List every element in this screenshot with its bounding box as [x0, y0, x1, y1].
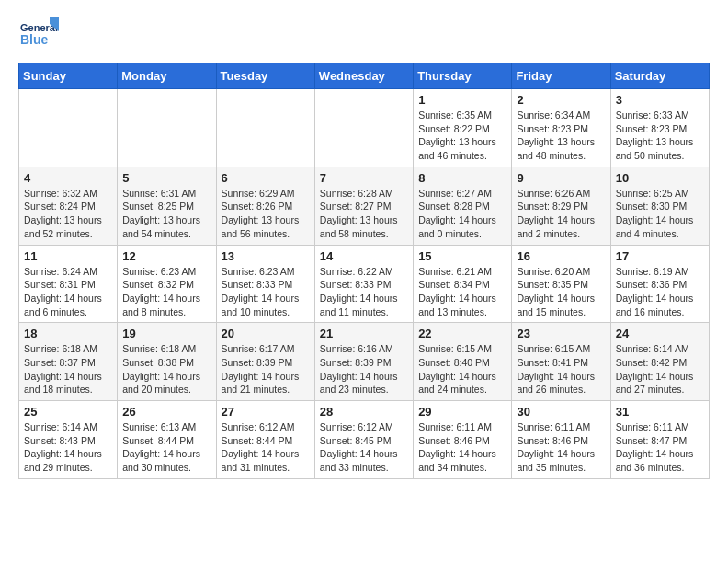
- calendar-cell: 12Sunrise: 6:23 AM Sunset: 8:32 PM Dayli…: [118, 245, 216, 323]
- calendar-cell: 29Sunrise: 6:11 AM Sunset: 8:46 PM Dayli…: [414, 401, 512, 479]
- day-of-week-sunday: Sunday: [19, 63, 118, 89]
- day-info: Sunrise: 6:16 AM Sunset: 8:39 PM Dayligh…: [320, 342, 408, 396]
- calendar-cell: 9Sunrise: 6:26 AM Sunset: 8:29 PM Daylig…: [512, 167, 610, 245]
- day-number: 3: [616, 93, 704, 107]
- calendar-cell: 1Sunrise: 6:35 AM Sunset: 8:22 PM Daylig…: [414, 89, 512, 167]
- calendar-cell: 31Sunrise: 6:11 AM Sunset: 8:47 PM Dayli…: [610, 401, 709, 479]
- calendar-cell: 30Sunrise: 6:11 AM Sunset: 8:46 PM Dayli…: [512, 401, 610, 479]
- calendar-week-2: 4Sunrise: 6:32 AM Sunset: 8:24 PM Daylig…: [19, 167, 710, 245]
- day-info: Sunrise: 6:33 AM Sunset: 8:23 PM Dayligh…: [616, 109, 704, 163]
- day-of-week-thursday: Thursday: [414, 63, 512, 89]
- calendar-cell: 15Sunrise: 6:21 AM Sunset: 8:34 PM Dayli…: [414, 245, 512, 323]
- calendar-week-4: 18Sunrise: 6:18 AM Sunset: 8:37 PM Dayli…: [19, 323, 710, 401]
- day-number: 31: [616, 405, 704, 419]
- day-info: Sunrise: 6:24 AM Sunset: 8:31 PM Dayligh…: [24, 265, 112, 319]
- calendar-cell: 26Sunrise: 6:13 AM Sunset: 8:44 PM Dayli…: [118, 401, 216, 479]
- day-number: 28: [320, 405, 408, 419]
- calendar-cell: 14Sunrise: 6:22 AM Sunset: 8:33 PM Dayli…: [314, 245, 413, 323]
- day-number: 30: [517, 405, 605, 419]
- day-number: 1: [418, 93, 506, 107]
- day-number: 19: [122, 327, 210, 340]
- day-info: Sunrise: 6:11 AM Sunset: 8:47 PM Dayligh…: [616, 420, 704, 475]
- day-number: 5: [122, 171, 210, 185]
- day-info: Sunrise: 6:11 AM Sunset: 8:46 PM Dayligh…: [517, 420, 605, 475]
- calendar-cell: 17Sunrise: 6:19 AM Sunset: 8:36 PM Dayli…: [610, 245, 709, 323]
- calendar-cell: 4Sunrise: 6:32 AM Sunset: 8:24 PM Daylig…: [19, 167, 118, 245]
- calendar-week-3: 11Sunrise: 6:24 AM Sunset: 8:31 PM Dayli…: [19, 245, 710, 323]
- calendar-cell: 22Sunrise: 6:15 AM Sunset: 8:40 PM Dayli…: [414, 323, 512, 401]
- day-info: Sunrise: 6:25 AM Sunset: 8:30 PM Dayligh…: [616, 187, 704, 241]
- day-number: 24: [616, 327, 704, 340]
- day-number: 6: [222, 171, 310, 185]
- day-info: Sunrise: 6:23 AM Sunset: 8:33 PM Dayligh…: [222, 265, 310, 319]
- day-info: Sunrise: 6:19 AM Sunset: 8:36 PM Dayligh…: [616, 265, 704, 319]
- day-of-week-friday: Friday: [512, 63, 610, 89]
- calendar-week-5: 25Sunrise: 6:14 AM Sunset: 8:43 PM Dayli…: [19, 401, 710, 479]
- day-info: Sunrise: 6:21 AM Sunset: 8:34 PM Dayligh…: [418, 265, 506, 319]
- calendar-cell: 5Sunrise: 6:31 AM Sunset: 8:25 PM Daylig…: [118, 167, 216, 245]
- day-number: 22: [418, 327, 506, 340]
- calendar-cell: 16Sunrise: 6:20 AM Sunset: 8:35 PM Dayli…: [512, 245, 610, 323]
- day-info: Sunrise: 6:26 AM Sunset: 8:29 PM Dayligh…: [517, 187, 605, 241]
- day-info: Sunrise: 6:29 AM Sunset: 8:26 PM Dayligh…: [222, 187, 310, 241]
- day-info: Sunrise: 6:18 AM Sunset: 8:38 PM Dayligh…: [122, 342, 210, 396]
- calendar-cell: 25Sunrise: 6:14 AM Sunset: 8:43 PM Dayli…: [19, 401, 118, 479]
- day-info: Sunrise: 6:11 AM Sunset: 8:46 PM Dayligh…: [418, 420, 506, 475]
- day-info: Sunrise: 6:32 AM Sunset: 8:24 PM Dayligh…: [24, 187, 112, 241]
- calendar-cell: 19Sunrise: 6:18 AM Sunset: 8:38 PM Dayli…: [118, 323, 216, 401]
- logo: General Blue: [18, 15, 59, 55]
- day-info: Sunrise: 6:20 AM Sunset: 8:35 PM Dayligh…: [517, 265, 605, 319]
- day-info: Sunrise: 6:22 AM Sunset: 8:33 PM Dayligh…: [320, 265, 408, 319]
- day-number: 2: [517, 93, 605, 107]
- day-info: Sunrise: 6:15 AM Sunset: 8:40 PM Dayligh…: [418, 342, 506, 396]
- day-info: Sunrise: 6:28 AM Sunset: 8:27 PM Dayligh…: [320, 187, 408, 241]
- calendar-cell: 28Sunrise: 6:12 AM Sunset: 8:45 PM Dayli…: [314, 401, 413, 479]
- calendar-cell: [216, 89, 314, 167]
- day-number: 4: [24, 171, 112, 185]
- day-number: 20: [222, 327, 310, 340]
- calendar-table: SundayMondayTuesdayWednesdayThursdayFrid…: [18, 63, 710, 479]
- day-info: Sunrise: 6:23 AM Sunset: 8:32 PM Dayligh…: [122, 265, 210, 319]
- day-number: 27: [222, 405, 310, 419]
- calendar-week-1: 1Sunrise: 6:35 AM Sunset: 8:22 PM Daylig…: [19, 89, 710, 167]
- day-number: 8: [418, 171, 506, 185]
- day-info: Sunrise: 6:35 AM Sunset: 8:22 PM Dayligh…: [418, 109, 506, 163]
- day-info: Sunrise: 6:13 AM Sunset: 8:44 PM Dayligh…: [122, 420, 210, 475]
- day-number: 11: [24, 249, 112, 263]
- day-number: 12: [122, 249, 210, 263]
- calendar-cell: 23Sunrise: 6:15 AM Sunset: 8:41 PM Dayli…: [512, 323, 610, 401]
- calendar-cell: 13Sunrise: 6:23 AM Sunset: 8:33 PM Dayli…: [216, 245, 314, 323]
- calendar-cell: 7Sunrise: 6:28 AM Sunset: 8:27 PM Daylig…: [314, 167, 413, 245]
- calendar-cell: [19, 89, 118, 167]
- calendar-cell: 27Sunrise: 6:12 AM Sunset: 8:44 PM Dayli…: [216, 401, 314, 479]
- calendar-cell: 10Sunrise: 6:25 AM Sunset: 8:30 PM Dayli…: [610, 167, 709, 245]
- page-header: General Blue: [18, 15, 710, 55]
- day-number: 26: [122, 405, 210, 419]
- day-number: 15: [418, 249, 506, 263]
- day-number: 14: [320, 249, 408, 263]
- day-number: 23: [517, 327, 605, 340]
- day-of-week-monday: Monday: [118, 63, 216, 89]
- day-info: Sunrise: 6:15 AM Sunset: 8:41 PM Dayligh…: [517, 342, 605, 396]
- day-info: Sunrise: 6:14 AM Sunset: 8:43 PM Dayligh…: [24, 420, 112, 475]
- svg-text:Blue: Blue: [20, 32, 49, 47]
- calendar-cell: 18Sunrise: 6:18 AM Sunset: 8:37 PM Dayli…: [19, 323, 118, 401]
- calendar-cell: 11Sunrise: 6:24 AM Sunset: 8:31 PM Dayli…: [19, 245, 118, 323]
- day-number: 17: [616, 249, 704, 263]
- day-number: 7: [320, 171, 408, 185]
- day-info: Sunrise: 6:12 AM Sunset: 8:44 PM Dayligh…: [222, 420, 310, 475]
- day-number: 9: [517, 171, 605, 185]
- calendar-cell: 8Sunrise: 6:27 AM Sunset: 8:28 PM Daylig…: [414, 167, 512, 245]
- day-of-week-wednesday: Wednesday: [314, 63, 413, 89]
- day-number: 16: [517, 249, 605, 263]
- day-number: 25: [24, 405, 112, 419]
- day-info: Sunrise: 6:34 AM Sunset: 8:23 PM Dayligh…: [517, 109, 605, 163]
- calendar-cell: [118, 89, 216, 167]
- calendar-cell: 2Sunrise: 6:34 AM Sunset: 8:23 PM Daylig…: [512, 89, 610, 167]
- day-info: Sunrise: 6:31 AM Sunset: 8:25 PM Dayligh…: [122, 187, 210, 241]
- day-number: 10: [616, 171, 704, 185]
- calendar-cell: [314, 89, 413, 167]
- day-info: Sunrise: 6:14 AM Sunset: 8:42 PM Dayligh…: [616, 342, 704, 396]
- day-info: Sunrise: 6:12 AM Sunset: 8:45 PM Dayligh…: [320, 420, 408, 475]
- day-number: 21: [320, 327, 408, 340]
